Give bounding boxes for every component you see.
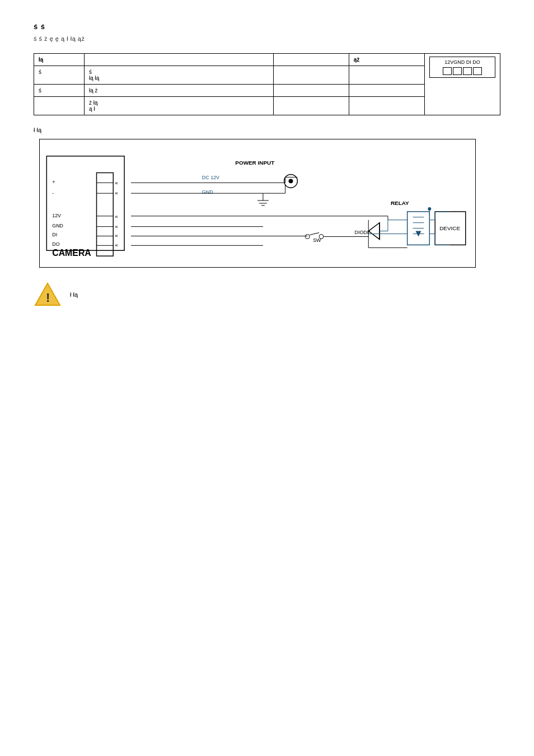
- svg-text:12V: 12V: [52, 213, 61, 218]
- table-row1-col3: [273, 66, 349, 85]
- svg-text:+: +: [52, 179, 55, 185]
- svg-text:«: «: [115, 242, 118, 248]
- connector-pin-2: [453, 67, 462, 75]
- svg-text:«: «: [115, 223, 118, 230]
- svg-text:DC 12V: DC 12V: [202, 175, 219, 180]
- table-row1-col2: ś łą łą: [85, 66, 274, 85]
- svg-point-23: [289, 179, 293, 183]
- table-row3-col3: [273, 97, 349, 115]
- svg-text:!: !: [46, 291, 50, 305]
- svg-point-56: [319, 235, 324, 239]
- table-row3-col2: ż łą ą ł: [85, 97, 274, 115]
- warning-icon: !: [34, 282, 62, 307]
- svg-text:DEVICE: DEVICE: [439, 225, 460, 231]
- table-row1-col4: [349, 66, 424, 85]
- connector-pin-3: [463, 67, 472, 75]
- svg-text:«: «: [115, 213, 118, 220]
- table-row2-col1: ś: [34, 85, 85, 97]
- svg-text:GND: GND: [202, 189, 213, 195]
- svg-text:«: «: [115, 180, 118, 186]
- svg-point-55: [305, 235, 310, 239]
- table-row2-col2: łą ż: [85, 85, 274, 97]
- table-connector-box: 12VGND DI DO: [424, 54, 500, 115]
- svg-text:POWER INPUT: POWER INPUT: [235, 160, 274, 166]
- spec-table: łą ąż 12VGND DI DO: [34, 53, 500, 115]
- table-row3-col1: [34, 97, 85, 115]
- svg-text:DIODE: DIODE: [354, 230, 370, 235]
- svg-text:-: -: [52, 190, 54, 196]
- table-cell-empty1: [85, 54, 274, 66]
- connector-pin-1: [443, 67, 452, 75]
- table-row1-col1: ś: [34, 66, 85, 85]
- warning-text: ł łą: [70, 291, 78, 298]
- svg-line-57: [310, 233, 319, 235]
- svg-text:GND: GND: [52, 223, 63, 228]
- table-cell-az: ąż: [349, 54, 424, 66]
- header-subtitle: ś ś ż ę ę ą ł łą ąż: [34, 35, 500, 42]
- svg-text:«: «: [115, 190, 118, 196]
- svg-text:DI: DI: [52, 232, 57, 237]
- page: ś ś ś ś ż ę ę ą ł łą ąż łą ąż 12VGND DI …: [0, 0, 534, 756]
- wiring-svg: CAMERA + - 12V GND DI DO « « « «: [40, 139, 475, 267]
- svg-text:CAMERA: CAMERA: [52, 248, 91, 258]
- table-row2-col3: [273, 85, 349, 97]
- svg-rect-8: [97, 172, 114, 256]
- wiring-label: ł łą: [34, 127, 500, 133]
- warning-section: ! ł łą: [34, 282, 500, 307]
- header-section: ś ś ś ś ż ę ę ą ł łą ąż: [34, 22, 500, 42]
- svg-text:DO: DO: [52, 241, 59, 247]
- header-title: ś ś: [34, 22, 500, 31]
- connector-pins: [432, 67, 493, 75]
- connector-pin-4: [473, 67, 482, 75]
- svg-text:RELAY: RELAY: [391, 200, 409, 206]
- table-cell-lq: łą: [34, 54, 85, 66]
- svg-text:«: «: [115, 232, 118, 239]
- table-cell-empty2: [273, 54, 349, 66]
- table-row3-col4: [349, 97, 424, 115]
- connector-label: 12VGND DI DO: [429, 57, 495, 78]
- table-row2-col4: [349, 85, 424, 97]
- svg-point-70: [428, 207, 431, 211]
- wiring-diagram: CAMERA + - 12V GND DI DO « « « «: [39, 139, 476, 268]
